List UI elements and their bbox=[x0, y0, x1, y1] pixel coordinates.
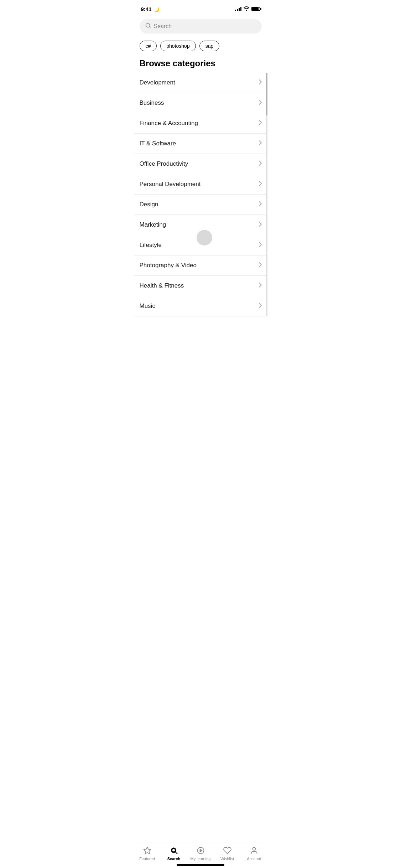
svg-line-1 bbox=[149, 27, 151, 28]
category-list-wrapper: DevelopmentBusinessFinance & AccountingI… bbox=[134, 73, 267, 316]
category-label-music: Music bbox=[140, 303, 155, 310]
signal-icon bbox=[235, 7, 241, 11]
status-icons bbox=[235, 6, 260, 12]
search-container: Search bbox=[134, 16, 267, 38]
category-item-music[interactable]: Music bbox=[134, 296, 267, 316]
category-label-business: Business bbox=[140, 99, 164, 107]
category-item-personal-development[interactable]: Personal Development bbox=[134, 174, 267, 195]
scrollbar-thumb bbox=[266, 73, 267, 115]
chevron-right-icon bbox=[259, 283, 262, 289]
category-item-development[interactable]: Development bbox=[134, 73, 267, 93]
chevron-right-icon bbox=[259, 262, 262, 269]
chevron-right-icon bbox=[259, 79, 262, 86]
chevron-right-icon bbox=[259, 100, 262, 106]
moon-icon: 🌙 bbox=[154, 7, 160, 12]
tag-tag-photoshop[interactable]: photoshop bbox=[160, 41, 196, 51]
category-label-marketing: Marketing bbox=[140, 221, 166, 228]
category-label-design: Design bbox=[140, 201, 158, 208]
tag-tag-sap[interactable]: sap bbox=[199, 41, 220, 51]
search-icon bbox=[145, 23, 151, 30]
chevron-right-icon bbox=[259, 181, 262, 187]
category-item-marketing[interactable]: Marketing bbox=[134, 215, 267, 235]
search-input-placeholder: Search bbox=[154, 23, 172, 30]
category-item-photography-video[interactable]: Photography & Video bbox=[134, 255, 267, 276]
category-item-health-fitness[interactable]: Health & Fitness bbox=[134, 276, 267, 296]
chevron-right-icon bbox=[259, 140, 262, 147]
category-label-it-software: IT & Software bbox=[140, 140, 176, 147]
category-label-development: Development bbox=[140, 79, 175, 86]
main-content: Search c#photoshopsap Browse categories … bbox=[134, 16, 267, 345]
browse-categories-title: Browse categories bbox=[134, 57, 267, 73]
category-label-personal-development: Personal Development bbox=[140, 181, 201, 188]
battery-icon bbox=[251, 7, 260, 11]
chevron-right-icon bbox=[259, 201, 262, 208]
category-list: DevelopmentBusinessFinance & AccountingI… bbox=[134, 73, 267, 316]
category-label-finance-accounting: Finance & Accounting bbox=[140, 120, 198, 127]
category-item-it-software[interactable]: IT & Software bbox=[134, 134, 267, 154]
category-item-finance-accounting[interactable]: Finance & Accounting bbox=[134, 113, 267, 134]
category-label-health-fitness: Health & Fitness bbox=[140, 282, 184, 289]
search-bar[interactable]: Search bbox=[140, 19, 262, 33]
chevron-right-icon bbox=[259, 242, 262, 248]
category-item-business[interactable]: Business bbox=[134, 93, 267, 113]
category-label-office-productivity: Office Productivity bbox=[140, 160, 188, 167]
category-label-photography-video: Photography & Video bbox=[140, 262, 197, 269]
chevron-right-icon bbox=[259, 222, 262, 228]
status-bar: 9:41 🌙 bbox=[134, 0, 267, 16]
category-item-lifestyle[interactable]: Lifestyle bbox=[134, 235, 267, 255]
chevron-right-icon bbox=[259, 120, 262, 126]
chevron-right-icon bbox=[259, 161, 262, 167]
category-item-design[interactable]: Design bbox=[134, 195, 267, 215]
tag-tag-c-sharp[interactable]: c# bbox=[140, 41, 157, 51]
scrollbar-track bbox=[266, 73, 267, 316]
category-item-office-productivity[interactable]: Office Productivity bbox=[134, 154, 267, 174]
chevron-right-icon bbox=[259, 303, 262, 309]
category-label-lifestyle: Lifestyle bbox=[140, 242, 162, 249]
wifi-icon bbox=[244, 6, 249, 12]
status-time: 9:41 🌙 bbox=[141, 6, 160, 12]
tags-container: c#photoshopsap bbox=[134, 38, 267, 57]
